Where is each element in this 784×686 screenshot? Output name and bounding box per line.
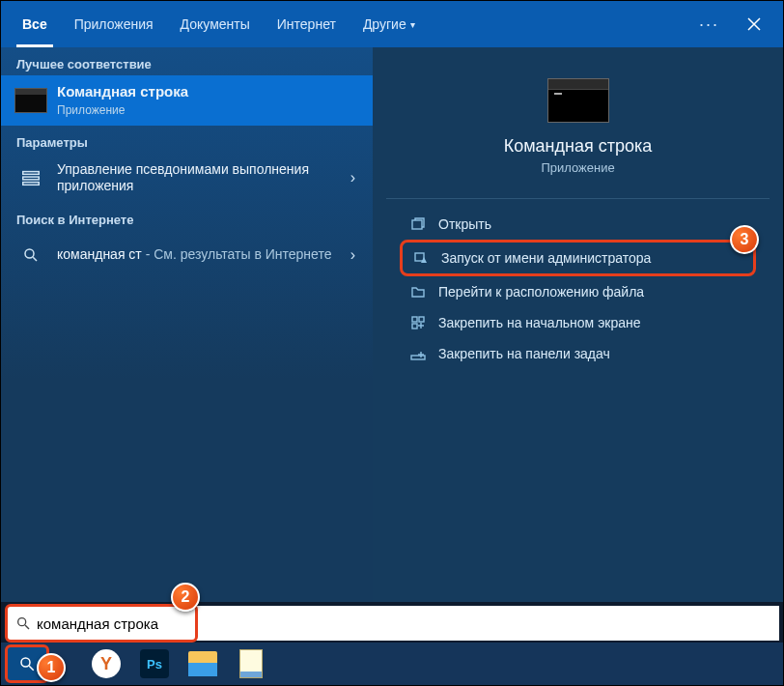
tab-docs-label: Документы (181, 16, 250, 32)
preview-subtitle: Приложение (400, 160, 756, 175)
tab-all[interactable]: Все (9, 1, 61, 47)
taskbar-yandex-browser[interactable]: Y (84, 644, 128, 683)
result-best-match[interactable]: Командная строка Приложение (1, 75, 373, 126)
section-settings: Параметры (1, 126, 373, 154)
web-query-text: командная ст (57, 246, 142, 262)
chevron-right-icon: › (347, 246, 359, 264)
preview-app-icon (547, 78, 609, 123)
svg-rect-2 (23, 183, 40, 186)
action-run-as-admin[interactable]: Запуск от имени администратора (406, 244, 749, 272)
tab-apps[interactable]: Приложения (61, 1, 167, 47)
search-bar-background (196, 606, 779, 641)
taskbar-notepad[interactable] (229, 644, 273, 683)
svg-rect-9 (411, 356, 425, 359)
result-title: Командная строка (57, 83, 359, 101)
annotation-badge-3: 3 (730, 225, 759, 254)
action-open-file-location[interactable]: Перейти к расположению файла (400, 276, 756, 307)
svg-point-10 (18, 618, 26, 626)
results-pane: Лучшее соответствие Командная строка При… (1, 47, 373, 602)
pin-start-icon (407, 315, 429, 330)
search-bar-highlight: 2 (5, 604, 198, 643)
pin-taskbar-icon (407, 346, 429, 361)
search-box[interactable] (5, 604, 198, 643)
action-pin-taskbar[interactable]: Закрепить на панели задач (400, 338, 756, 369)
tab-web[interactable]: Интернет (264, 1, 350, 47)
search-input[interactable] (37, 615, 187, 632)
section-best-match: Лучшее соответствие (1, 47, 373, 75)
chevron-down-icon: ▾ (410, 19, 415, 30)
svg-rect-6 (412, 317, 417, 322)
open-icon (407, 216, 429, 232)
action-run-admin-highlight: Запуск от имени администратора 3 (400, 240, 756, 276)
annotation-badge-1: 1 (37, 653, 66, 682)
overflow-menu-button[interactable]: ··· (686, 14, 733, 35)
action-pin-start-label: Закрепить на начальном экране (438, 315, 641, 330)
tab-more[interactable]: Другие▾ (350, 1, 429, 47)
action-pin-taskbar-label: Закрепить на панели задач (438, 346, 610, 361)
taskbar-photoshop[interactable]: Ps (132, 644, 177, 683)
svg-rect-7 (419, 317, 424, 322)
result-settings-alias[interactable]: Управление псевдонимами выполнения прило… (1, 154, 373, 203)
chevron-right-icon: › (347, 169, 359, 186)
taskbar-search-button[interactable]: 1 (5, 644, 49, 683)
section-web: Поиск в Интернете (1, 203, 373, 231)
folder-location-icon (407, 284, 429, 300)
search-filter-tabs: Все Приложения Документы Интернет Другие… (1, 1, 783, 47)
close-button[interactable] (733, 3, 775, 45)
result-settings-label: Управление псевдонимами выполнения прило… (57, 161, 347, 195)
annotation-badge-2: 2 (171, 583, 200, 612)
taskbar-file-explorer[interactable] (181, 644, 225, 683)
divider (386, 198, 770, 199)
svg-point-3 (25, 249, 34, 258)
svg-point-11 (21, 658, 30, 667)
svg-rect-8 (412, 324, 417, 329)
svg-rect-4 (412, 220, 422, 229)
tab-apps-label: Приложения (74, 16, 154, 32)
tab-web-label: Интернет (277, 16, 336, 32)
action-open-label: Открыть (438, 216, 491, 232)
search-icon (14, 239, 47, 272)
cmd-icon (14, 84, 47, 117)
taskbar: 1 Y Ps (1, 643, 783, 685)
action-run-admin-label: Запуск от имени администратора (441, 250, 651, 266)
action-open[interactable]: Открыть (400, 209, 756, 240)
shield-run-icon (410, 250, 432, 266)
action-pin-start[interactable]: Закрепить на начальном экране (400, 307, 756, 338)
photoshop-icon: Ps (140, 649, 169, 678)
tab-more-label: Другие (363, 16, 406, 32)
svg-rect-0 (23, 172, 40, 175)
svg-rect-1 (23, 177, 40, 180)
notepad-icon (239, 649, 263, 678)
tab-all-label: Все (22, 16, 47, 32)
web-query-suffix: - См. результаты в Интернете (142, 246, 332, 262)
preview-title: Командная строка (400, 136, 756, 157)
tab-documents[interactable]: Документы (167, 1, 264, 47)
action-list: Открыть Запуск от имени администратора 3… (400, 209, 756, 369)
yandex-icon: Y (92, 649, 121, 678)
preview-pane: Командная строка Приложение Открыть Запу… (373, 47, 783, 602)
result-web-search[interactable]: командная ст - См. результаты в Интернет… (1, 231, 373, 279)
alias-settings-icon (14, 161, 47, 194)
action-location-label: Перейти к расположению файла (438, 284, 644, 300)
result-subtitle: Приложение (57, 103, 359, 118)
file-explorer-icon (188, 651, 217, 676)
